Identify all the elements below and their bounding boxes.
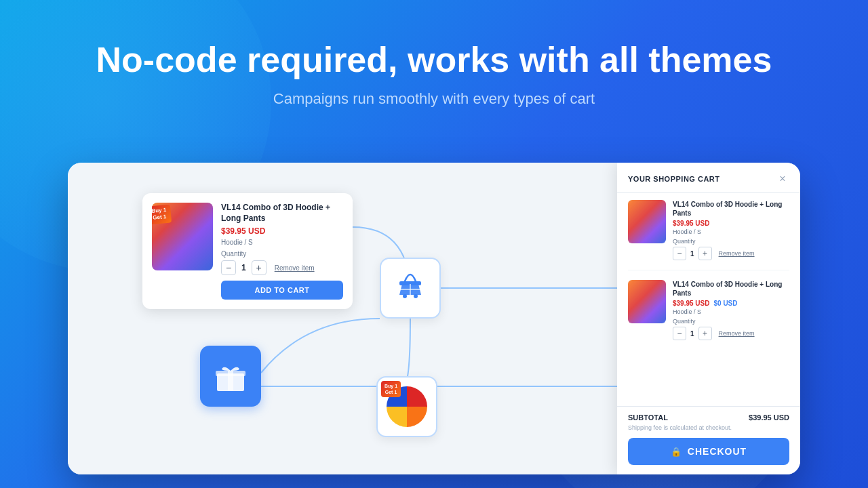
cart-qty-plus-1[interactable]: + — [698, 247, 712, 260]
add-to-cart-button[interactable]: ADD TO CART — [221, 281, 343, 300]
product-card: Buy 1Get 1 VL14 Combo of 3D Hoodie + Lon… — [142, 193, 353, 309]
product-badge: Buy 1Get 1 — [152, 205, 172, 225]
gift-box-icon — [200, 346, 261, 407]
lock-icon: 🔒 — [671, 447, 682, 457]
product-price: $39.95 USD — [221, 226, 343, 236]
cart-qty-minus-1[interactable]: − — [673, 247, 686, 260]
cart-item-price-1: $39.95 USD — [673, 220, 709, 227]
remove-item-link[interactable]: Remove item — [275, 264, 315, 272]
product-variant: Hoodie / S — [221, 239, 343, 246]
svg-point-7 — [414, 294, 418, 298]
shipping-note: Shipping fee is calculated at checkout. — [628, 424, 789, 431]
cart-items-list: VL14 Combo of 3D Hoodie + Long Pants $39… — [617, 193, 800, 406]
qty-control: − 1 + Remove item — [221, 260, 343, 275]
subtotal-row: SUBTOTAL $39.95 USD — [628, 413, 789, 422]
checkout-label: CHECKOUT — [688, 446, 747, 457]
cart-remove-1[interactable]: Remove item — [719, 250, 755, 257]
qty-plus-button[interactable]: + — [252, 260, 267, 275]
product-qty-label: Quantity — [221, 250, 343, 258]
cart-close-button[interactable]: × — [776, 172, 789, 186]
cart-item-price-2: $39.95 USD — [673, 300, 709, 307]
cart-item-qty-label-2: Quantity — [673, 318, 789, 325]
cart-item-variant-2: Hoodie / S — [673, 308, 789, 315]
cart-item-qty-label-1: Quantity — [673, 238, 789, 245]
cart-item-name-1: VL14 Combo of 3D Hoodie + Long Pants — [673, 200, 789, 218]
basket-svg — [393, 270, 428, 306]
svg-rect-2 — [228, 371, 233, 391]
checkout-button[interactable]: 🔒 CHECKOUT — [628, 438, 789, 465]
cart-qty-minus-2[interactable]: − — [673, 327, 686, 340]
cart-item: VL14 Combo of 3D Hoodie + Long Pants $39… — [628, 200, 789, 270]
cart-qty-control-2: − 1 + Remove item — [673, 327, 789, 340]
promo-icon-box: Buy 1Get 1 — [376, 376, 437, 437]
gift-svg — [213, 359, 248, 394]
cart-item-info-1: VL14 Combo of 3D Hoodie + Long Pants $39… — [673, 200, 789, 260]
qty-minus-button[interactable]: − — [221, 260, 236, 275]
cart-qty-val-1: 1 — [690, 250, 694, 258]
cart-qty-control-1: − 1 + Remove item — [673, 247, 789, 260]
cart-item-price-row-2: $39.95 USD $0 USD — [673, 300, 789, 307]
svg-point-6 — [403, 294, 407, 298]
page-header: No-code required, works with all themes … — [0, 0, 868, 108]
promo-badge-label: Buy 1Get 1 — [381, 381, 401, 397]
cart-header: YOUR SHOPPING CART × — [617, 163, 800, 193]
cart-panel: YOUR SHOPPING CART × VL14 Combo of 3D Ho… — [617, 163, 800, 474]
basket-icon-box — [380, 258, 441, 319]
cart-remove-2[interactable]: Remove item — [719, 330, 755, 337]
promo-badge-circle: Buy 1Get 1 — [387, 386, 427, 427]
cart-item-2: VL14 Combo of 3D Hoodie + Long Pants $39… — [628, 280, 789, 350]
cart-item-free-price-2: $0 USD — [713, 300, 737, 307]
subtotal-label: SUBTOTAL — [628, 413, 668, 422]
cart-item-info-2: VL14 Combo of 3D Hoodie + Long Pants $39… — [673, 280, 789, 340]
cart-item-variant-1: Hoodie / S — [673, 228, 789, 235]
cart-item-name-2: VL14 Combo of 3D Hoodie + Long Pants — [673, 280, 789, 298]
cart-item-price-row-1: $39.95 USD — [673, 220, 789, 227]
subtotal-value: $39.95 USD — [749, 413, 789, 422]
product-info: VL14 Combo of 3D Hoodie + Long Pants $39… — [221, 203, 343, 300]
demo-container: Buy 1Get 1 VL14 Combo of 3D Hoodie + Lon… — [68, 163, 800, 474]
main-title: No-code required, works with all themes — [0, 41, 868, 79]
cart-qty-val-2: 1 — [690, 330, 694, 338]
cart-title: YOUR SHOPPING CART — [628, 175, 720, 183]
qty-value: 1 — [241, 263, 246, 272]
flow-area: Buy 1Get 1 VL14 Combo of 3D Hoodie + Lon… — [68, 163, 617, 474]
cart-qty-plus-2[interactable]: + — [698, 327, 712, 340]
product-name: VL14 Combo of 3D Hoodie + Long Pants — [221, 203, 343, 224]
cart-item-image-2 — [628, 280, 666, 323]
cart-item-image-1 — [628, 200, 666, 243]
product-image: Buy 1Get 1 — [152, 203, 213, 270]
subtitle: Campaigns run smoothly with every types … — [0, 90, 868, 108]
cart-footer: SUBTOTAL $39.95 USD Shipping fee is calc… — [617, 406, 800, 474]
